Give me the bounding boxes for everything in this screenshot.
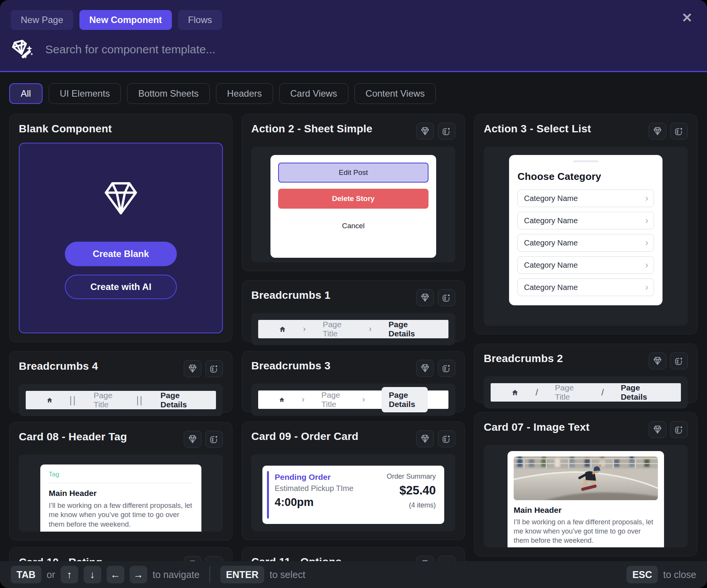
breadcrumb-page-title: Page Title — [321, 390, 345, 409]
category-label: Category Name — [524, 283, 578, 292]
mode-tabs: New Page New Component Flows — [0, 0, 707, 30]
grid-column-1: Blank Component Create Blank Create with… — [9, 114, 232, 588]
accent-bar — [267, 471, 269, 519]
arrow-left-icon: ← — [107, 566, 124, 583]
diamond-icon-button[interactable] — [416, 430, 434, 447]
grid-column-2: Action 2 - Sheet Simple Edit Post Del — [242, 114, 465, 588]
template-card-breadcrumbs-4[interactable]: Breadcrumbs 4 || — [9, 351, 232, 413]
card-title: Breadcrumbs 3 — [251, 360, 330, 372]
category-label: Category Name — [524, 239, 578, 247]
separator: › — [369, 324, 372, 334]
separator: › — [303, 324, 306, 334]
template-card-09-order-card[interactable]: Card 09 - Order Card — [242, 422, 465, 540]
card-title: Blank Component — [19, 123, 112, 135]
chevron-right-icon: › — [645, 260, 648, 270]
template-card-breadcrumbs-2[interactable]: Breadcrumbs 2 / — [474, 344, 697, 403]
diamond-icon-button[interactable] — [649, 421, 666, 438]
tab-new-page[interactable]: New Page — [11, 10, 73, 30]
template-card-action-3-select-list[interactable]: Action 3 - Select List Choose Catego — [474, 114, 697, 334]
filter-ui-elements[interactable]: UI Elements — [49, 83, 121, 104]
card-title: Card 08 - Header Tag — [19, 431, 127, 443]
card-title: Action 3 - Select List — [484, 123, 591, 135]
breadcrumbs-preview: || Page Title || Page Details — [19, 384, 223, 416]
modal-header: New Page New Component Flows ✕ — [0, 0, 707, 72]
hint-select: to select — [270, 569, 305, 580]
breadcrumb-page-title: Page Title — [555, 383, 585, 402]
filter-bottom-sheets[interactable]: Bottom Sheets — [127, 83, 209, 104]
select-list-preview: Choose Category Category Name › Category… — [484, 147, 688, 326]
diamond-icon-button[interactable] — [184, 431, 201, 448]
diamond-icon-button[interactable] — [649, 123, 666, 140]
category-row: Category Name › — [517, 212, 654, 229]
filter-all[interactable]: All — [9, 83, 43, 104]
close-icon[interactable]: ✕ — [679, 9, 695, 26]
separator: / — [602, 387, 604, 398]
drag-handle — [573, 160, 598, 162]
diamond-icon-button[interactable] — [416, 123, 434, 140]
component-icon-button[interactable] — [670, 352, 688, 369]
filter-card-views[interactable]: Card Views — [279, 83, 348, 104]
component-icon-button[interactable] — [438, 360, 455, 377]
card-title: Breadcrumbs 1 — [251, 289, 330, 301]
sheet-title: Choose Category — [517, 171, 654, 183]
edit-post-button: Edit Post — [278, 163, 428, 183]
diamond-icon-button[interactable] — [184, 360, 201, 377]
component-icon-button[interactable] — [438, 430, 455, 447]
category-row: Category Name › — [517, 256, 654, 274]
diamond-icon-button[interactable] — [649, 352, 666, 369]
tab-flows[interactable]: Flows — [178, 10, 222, 30]
create-with-ai-button[interactable]: Create with AI — [65, 275, 177, 299]
component-icon-button[interactable] — [670, 123, 688, 140]
preview-main-header: Main Header — [514, 506, 658, 515]
hint-navigate: to navigate — [153, 569, 199, 580]
order-items-count: (4 items) — [387, 501, 436, 509]
order-total: $25.40 — [387, 484, 436, 497]
template-card-breadcrumbs-1[interactable]: Breadcrumbs 1 › — [242, 280, 465, 342]
component-icon-button[interactable] — [670, 421, 688, 438]
create-blank-button[interactable]: Create Blank — [65, 242, 177, 266]
component-icon-button[interactable] — [438, 289, 455, 306]
keyboard-hints-bar: TAB or ↑ ↓ ← → to navigate ENTER to sele… — [0, 561, 707, 588]
category-label: Category Name — [524, 261, 578, 270]
home-icon — [511, 388, 519, 397]
tab-new-component[interactable]: New Component — [79, 10, 172, 30]
template-card-07-image-text[interactable]: Card 07 - Image Text — [474, 412, 697, 556]
divider — [209, 566, 210, 583]
component-icon-button[interactable] — [438, 123, 455, 140]
preview-body-text: I’ll be working on a few different propo… — [514, 518, 658, 545]
component-icon-button[interactable] — [205, 431, 223, 448]
hint-close: to close — [663, 569, 696, 580]
chevron-right-icon: › — [645, 194, 648, 203]
breadcrumb-page-details: Page Details — [160, 391, 195, 409]
separator: / — [536, 387, 538, 398]
arrow-up-icon: ↑ — [61, 566, 78, 583]
category-row: Category Name › — [517, 278, 654, 296]
pickup-label: Estimated Pickup TIme — [275, 484, 353, 493]
template-card-08-header-tag[interactable]: Card 08 - Header Tag Tag — [9, 422, 232, 540]
search-input[interactable] — [45, 43, 696, 56]
filter-content-views[interactable]: Content Views — [354, 83, 436, 104]
enter-key-badge: ENTER — [220, 566, 264, 583]
template-card-breadcrumbs-3[interactable]: Breadcrumbs 3 › — [242, 351, 465, 412]
diamond-icon-button[interactable] — [416, 360, 434, 377]
breadcrumb-page-details: Page Details — [389, 320, 428, 338]
chevron-right-icon: › — [645, 283, 648, 292]
esc-key-badge: ESC — [626, 566, 658, 583]
separator: || — [137, 395, 143, 406]
order-status: Pending Order — [275, 473, 353, 482]
separator: || — [70, 395, 77, 406]
breadcrumb-page-title: Page Title — [323, 320, 352, 338]
template-card-action-2-sheet-simple[interactable]: Action 2 - Sheet Simple Edit Post Del — [242, 114, 465, 271]
diamond-icon — [98, 177, 143, 219]
filter-headers[interactable]: Headers — [216, 83, 273, 104]
card-title: Action 2 - Sheet Simple — [251, 123, 372, 135]
cancel-button: Cancel — [278, 222, 428, 230]
component-icon-button[interactable] — [205, 360, 223, 377]
hint-or: or — [47, 569, 55, 580]
skateboarder-photo — [514, 456, 658, 500]
template-gallery: All UI Elements Bottom Sheets Headers Ca… — [0, 73, 707, 588]
grid-column-3: Action 3 - Select List Choose Catego — [474, 114, 697, 588]
order-card-preview: Pending Order Estimated Pickup TIme 4:00… — [251, 454, 455, 531]
diamond-icon-button[interactable] — [416, 289, 434, 306]
pickup-time: 4:00pm — [275, 496, 353, 509]
